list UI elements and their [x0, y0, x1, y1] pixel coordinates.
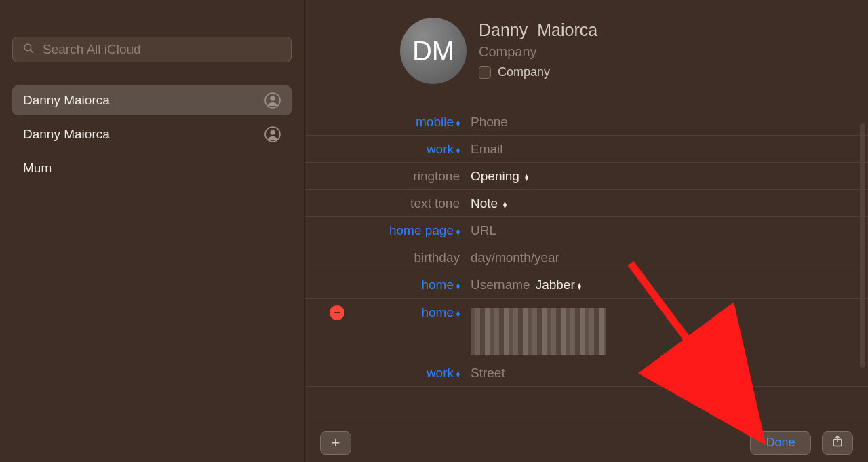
search-input[interactable] [43, 42, 281, 57]
field-row-phone: mobile▴▾ Phone [305, 109, 868, 136]
chevron-up-down-icon: ▴▾ [456, 310, 460, 317]
share-button[interactable] [822, 431, 853, 455]
company-field[interactable]: Company [479, 44, 597, 60]
field-row-address-home: − home▴▾ [305, 299, 868, 360]
scrollbar[interactable] [860, 123, 865, 368]
chevron-up-down-icon: ▴▾ [456, 282, 460, 289]
company-checkbox[interactable] [479, 66, 491, 79]
chevron-up-down-icon: ▴▾ [456, 370, 460, 377]
contact-list-item[interactable]: Danny Maiorca [12, 119, 292, 149]
redacted-content [471, 308, 606, 355]
im-username-input[interactable]: Username [471, 277, 530, 292]
chevron-up-down-icon: ▴▾ [578, 282, 581, 289]
field-row-texttone: text tone Note▴▾ [305, 190, 868, 217]
field-label-ringtone: ringtone [305, 169, 467, 184]
contact-list-item[interactable]: Danny Maiorca [12, 85, 292, 115]
email-input[interactable]: Email [467, 142, 503, 157]
texttone-select[interactable]: Note▴▾ [467, 196, 507, 211]
field-label-homepage[interactable]: home page▴▾ [305, 223, 467, 238]
chevron-up-down-icon: ▴▾ [456, 228, 460, 235]
field-row-im: home▴▾ Username Jabber▴▾ [305, 271, 868, 299]
chevron-up-down-icon: ▴▾ [525, 174, 528, 180]
last-name-field[interactable]: Maiorca [537, 20, 597, 39]
field-row-address-work: work▴▾ Street [305, 360, 868, 387]
remove-address-button[interactable]: − [330, 305, 344, 320]
sidebar: Danny Maiorca Danny Maiorca Mum [0, 0, 305, 462]
avatar[interactable]: DM [400, 18, 467, 84]
field-row-birthday: birthday day/month/year [305, 244, 868, 271]
field-row-email: work▴▾ Email [305, 136, 868, 163]
url-input[interactable]: URL [467, 223, 496, 238]
chevron-up-down-icon: ▴▾ [456, 147, 460, 153]
field-label-address-work[interactable]: work▴▾ [305, 366, 467, 381]
search-field[interactable] [12, 37, 292, 62]
person-silhouette-icon [264, 126, 281, 142]
phone-input[interactable]: Phone [467, 115, 508, 130]
field-label-birthday: birthday [305, 250, 467, 265]
add-button[interactable]: + [320, 431, 351, 455]
detail-toolbar: + Done [305, 423, 868, 462]
first-name-field[interactable]: Danny [479, 20, 528, 39]
contact-name: Danny Maiorca [23, 127, 110, 142]
share-icon [831, 434, 844, 452]
birthday-input[interactable]: day/month/year [467, 250, 559, 265]
contact-name: Danny Maiorca [23, 93, 110, 108]
field-label-texttone: text tone [305, 196, 467, 211]
contact-detail-panel: DM DannyMaiorca Company Company mobile▴▾… [305, 0, 868, 462]
done-button[interactable]: Done [750, 431, 811, 455]
field-label-work-email[interactable]: work▴▾ [305, 142, 467, 157]
contact-list-item[interactable]: Mum [12, 153, 292, 183]
field-row-ringtone: ringtone Opening▴▾ [305, 163, 868, 190]
contact-name: Mum [23, 161, 52, 176]
ringtone-select[interactable]: Opening▴▾ [467, 169, 528, 184]
contact-name-fields[interactable]: DannyMaiorca [479, 20, 597, 40]
address-work-street-input[interactable]: Street [467, 366, 505, 381]
address-home-value[interactable] [467, 304, 606, 360]
field-row-url: home page▴▾ URL [305, 217, 868, 244]
plus-icon: + [332, 434, 340, 452]
field-label-mobile[interactable]: mobile▴▾ [305, 115, 467, 130]
chevron-up-down-icon: ▴▾ [456, 119, 460, 126]
chevron-up-down-icon: ▴▾ [503, 201, 507, 208]
company-checkbox-label: Company [498, 65, 550, 79]
search-icon [22, 42, 35, 57]
person-silhouette-icon [264, 92, 281, 109]
field-label-im-home[interactable]: home▴▾ [305, 277, 467, 292]
im-service-select[interactable]: Jabber▴▾ [536, 277, 581, 292]
